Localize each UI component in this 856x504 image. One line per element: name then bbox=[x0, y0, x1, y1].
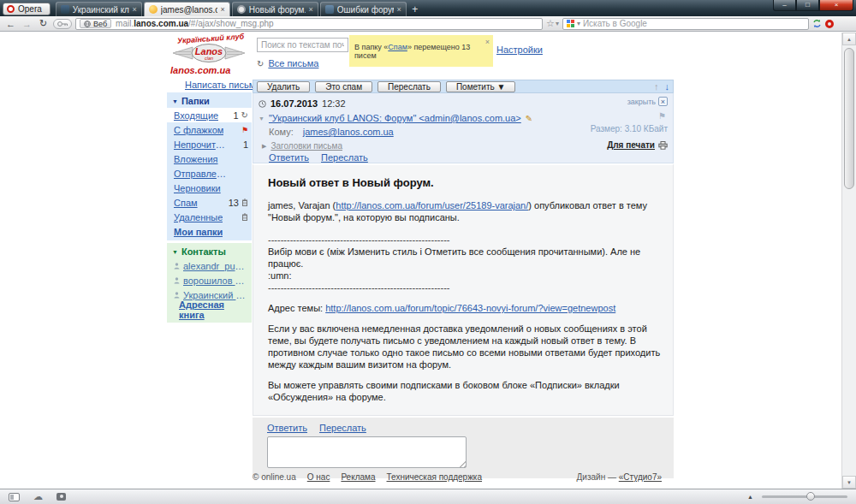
design-credit: Дизайн — «Студио7» bbox=[577, 472, 674, 482]
site-badge[interactable]: Веб bbox=[80, 19, 111, 28]
tab-close-icon[interactable]: × bbox=[133, 5, 137, 14]
forward-icon[interactable]: → bbox=[21, 19, 33, 29]
back-icon[interactable]: ← bbox=[4, 19, 17, 29]
images-toggle-icon[interactable] bbox=[56, 493, 66, 501]
collapse-icon[interactable]: ▼ bbox=[259, 116, 265, 122]
contact-item[interactable]: ворошилов саша bbox=[167, 273, 252, 288]
tab-close-icon[interactable]: × bbox=[397, 5, 401, 14]
notification-close-icon[interactable]: × bbox=[485, 38, 490, 46]
footer-link-ads[interactable]: Реклама bbox=[341, 472, 375, 482]
footer-link-about[interactable]: О нас bbox=[307, 472, 330, 482]
opera-link-sync-icon[interactable] bbox=[812, 19, 822, 28]
spam-button[interactable]: Это спам bbox=[315, 81, 372, 92]
delete-button[interactable]: Удалить bbox=[257, 81, 310, 92]
lanos-logo[interactable]: Український клуб Lanos clan lanos.com.ua bbox=[170, 34, 253, 75]
folder-sent[interactable]: Отправленные bbox=[167, 166, 252, 181]
folder-deleted[interactable]: Удаленные bbox=[167, 210, 252, 224]
prev-message-icon[interactable]: ↑ bbox=[654, 81, 659, 92]
cloud-icon[interactable]: ☁ bbox=[33, 491, 43, 502]
flag-message-icon[interactable]: ⚑ bbox=[658, 111, 666, 121]
reload-icon[interactable]: ↻ bbox=[37, 18, 50, 29]
reply-link[interactable]: Ответить bbox=[267, 423, 307, 433]
tab-close-icon[interactable]: × bbox=[309, 5, 313, 14]
mark-button[interactable]: Пометить ▼ bbox=[446, 81, 516, 92]
edit-contact-icon[interactable]: ✎ bbox=[526, 114, 532, 123]
expand-icon: ▶ bbox=[262, 143, 266, 150]
maximize-button[interactable]: □ bbox=[796, 0, 819, 11]
refresh-icon[interactable]: ↻ bbox=[241, 110, 248, 120]
folder-flagged[interactable]: С флажком ⚑ bbox=[167, 122, 252, 137]
fit-width-icon[interactable]: ▲ bbox=[747, 494, 753, 500]
close-message-icon[interactable]: × bbox=[658, 97, 668, 106]
lanos-wings-badge: Lanos clan bbox=[170, 43, 247, 63]
tab-close-icon[interactable]: × bbox=[221, 5, 225, 14]
spam-folder-link[interactable]: Спам bbox=[388, 43, 407, 51]
profile-link[interactable]: http://lanos.com.ua/forum/user/25189-var… bbox=[336, 200, 528, 210]
topic-link[interactable]: http://lanos.com.ua/forum/topic/76643-no… bbox=[325, 303, 615, 313]
folders-title[interactable]: ▼ Папки bbox=[167, 95, 252, 108]
zoom-control: ▲ bbox=[747, 494, 847, 500]
opera-panel-icon[interactable] bbox=[825, 20, 834, 28]
mail-search-input[interactable] bbox=[257, 38, 348, 52]
key-icon[interactable] bbox=[53, 19, 72, 29]
folder-inbox[interactable]: Входящие 1↻ bbox=[167, 108, 252, 122]
smiley-favicon bbox=[149, 5, 158, 14]
contacts-panel: ▼ Контакты alexandr_puma@ ворошилов саша… bbox=[167, 243, 252, 323]
contact-item[interactable]: alexandr_puma@ bbox=[167, 258, 252, 273]
message-subject: Новый ответ в Новый форум. bbox=[268, 176, 663, 189]
scroll-down-icon[interactable]: ▼ bbox=[842, 476, 856, 489]
studio7-link[interactable]: «Студио7» bbox=[619, 472, 662, 482]
printer-icon[interactable] bbox=[658, 141, 668, 150]
forward-button[interactable]: Переслать bbox=[377, 81, 441, 92]
contacts-title[interactable]: ▼ Контакты bbox=[167, 246, 252, 258]
print-link[interactable]: Для печати bbox=[607, 140, 655, 150]
recipient-link[interactable]: james@lanos.com.ua bbox=[303, 127, 394, 137]
all-mail-link[interactable]: Все письма bbox=[268, 58, 318, 68]
url-field[interactable]: Веб mail.lanos.com.ua/#/ajax/show_msg.ph… bbox=[75, 18, 543, 30]
folder-unread[interactable]: Непрочитанные 1 bbox=[167, 137, 252, 151]
next-message-icon[interactable]: ↓ bbox=[665, 81, 670, 92]
to-label: Кому: bbox=[269, 127, 294, 137]
settings-link[interactable]: Настройки bbox=[496, 44, 543, 55]
google-search-input[interactable] bbox=[583, 19, 805, 28]
tab-webmail-active[interactable]: james@lanos.com.ua × bbox=[144, 2, 230, 16]
badge-label: Веб bbox=[93, 20, 107, 28]
opera-menu-button[interactable]: Opera bbox=[3, 3, 51, 15]
refresh-icon[interactable]: ↻ bbox=[257, 59, 264, 68]
google-search-box[interactable]: ▾ bbox=[562, 18, 809, 30]
tab-title: Украинский клуб Lan... bbox=[73, 5, 129, 15]
opera-logo-icon bbox=[7, 5, 15, 13]
headers-toggle[interactable]: ▶ Заголовки письма bbox=[262, 141, 342, 151]
footer-link-support[interactable]: Техническая поддержка bbox=[387, 472, 483, 482]
folder-attachments[interactable]: Вложения bbox=[167, 151, 252, 166]
tab-favicon bbox=[61, 5, 69, 14]
sender-link[interactable]: "Украинский клуб LANOS: Форум" <admin@la… bbox=[269, 113, 521, 123]
tab-lanos-club[interactable]: Украинский клуб Lan... × bbox=[56, 2, 142, 16]
address-book-link[interactable]: Адресная книга bbox=[167, 302, 252, 317]
folder-drafts[interactable]: Черновики bbox=[167, 181, 252, 195]
new-tab-button[interactable]: + bbox=[408, 3, 422, 16]
folder-my-folders[interactable]: Мои папки bbox=[167, 224, 252, 239]
zoom-slider-thumb[interactable] bbox=[806, 492, 815, 501]
bookmark-star[interactable]: ☆ ▾ bbox=[546, 18, 559, 29]
quick-reply-textarea[interactable] bbox=[267, 436, 467, 468]
minimize-button[interactable]: – bbox=[773, 0, 796, 11]
tab-new-forum[interactable]: Новый форум. - Стра... × bbox=[232, 2, 318, 16]
spam-count: 13 bbox=[229, 198, 239, 208]
reply-link[interactable]: Ответить bbox=[269, 152, 309, 163]
close-message-label[interactable]: закрыть bbox=[627, 98, 656, 106]
forward-link[interactable]: Переслать bbox=[321, 152, 368, 163]
vertical-scrollbar[interactable]: ▲ ▼ bbox=[841, 33, 856, 489]
close-window-button[interactable]: × bbox=[819, 0, 853, 11]
zoom-slider[interactable] bbox=[762, 495, 847, 498]
panels-toggle-icon[interactable] bbox=[9, 493, 20, 501]
tab-forum-errors[interactable]: Ошибки форума - Ст... × bbox=[320, 2, 407, 16]
folder-spam[interactable]: Спам 13 bbox=[167, 195, 252, 210]
browser-window: Opera Украинский клуб Lan... × james@lan… bbox=[0, 0, 856, 504]
scrollbar-thumb[interactable] bbox=[844, 48, 854, 189]
message-time: 12:32 bbox=[322, 98, 346, 109]
forward-link[interactable]: Переслать bbox=[319, 423, 366, 433]
webmail-page: Український клуб Lanos clan lanos.com.ua… bbox=[0, 33, 841, 489]
compose-link[interactable]: Написать письмо bbox=[185, 80, 260, 90]
scroll-up-icon[interactable]: ▲ bbox=[842, 33, 856, 45]
